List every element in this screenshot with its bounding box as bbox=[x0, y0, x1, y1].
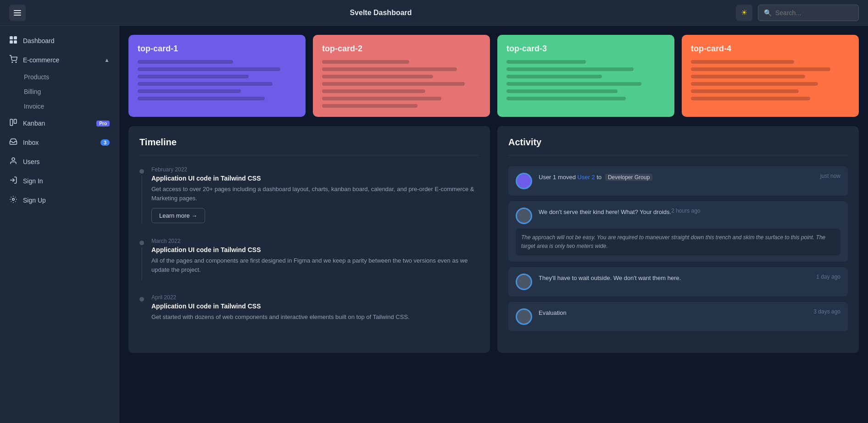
activity-panel: Activity User 1 moved User 2 to Develope… bbox=[497, 126, 859, 353]
timeline-date-2: March 2022 bbox=[151, 238, 479, 244]
sidebar-item-ecommerce[interactable]: E-commerce ▲ bbox=[0, 50, 119, 70]
timeline-title: Timeline bbox=[139, 137, 479, 155]
card-line bbox=[138, 60, 233, 64]
timeline-desc-1: Get access to over 20+ pages including a… bbox=[151, 185, 479, 203]
card-line bbox=[322, 60, 409, 64]
svg-rect-1 bbox=[14, 12, 21, 13]
svg-rect-5 bbox=[10, 40, 13, 44]
card-line bbox=[506, 97, 626, 100]
svg-point-11 bbox=[12, 158, 15, 160]
main-layout: Dashboard E-commerce ▲ Products Billing … bbox=[0, 26, 868, 423]
timeline-item: April 2022 Application UI code in Tailwi… bbox=[139, 294, 479, 327]
card-line bbox=[691, 82, 818, 86]
activity-time-2: 2 hours ago bbox=[671, 208, 700, 214]
timeline-content-3: April 2022 Application UI code in Tailwi… bbox=[151, 294, 410, 327]
timeline-date-1: February 2022 bbox=[151, 166, 479, 173]
timeline-dot bbox=[139, 241, 144, 245]
activity-list: User 1 moved User 2 to Developer Group j… bbox=[508, 163, 848, 331]
ecommerce-icon bbox=[9, 55, 17, 65]
card-line bbox=[138, 89, 241, 93]
card-4-title: top-card-4 bbox=[691, 44, 850, 54]
svg-rect-9 bbox=[10, 119, 12, 126]
sidebar-label-signin: Sign In bbox=[23, 177, 110, 185]
svg-rect-2 bbox=[14, 15, 21, 16]
timeline-content-2: March 2022 Application UI code in Tailwi… bbox=[151, 238, 479, 280]
activity-text-3: They'll have to wait outside. We don't w… bbox=[539, 274, 681, 283]
activity-time-1: just now bbox=[820, 173, 840, 179]
search-input[interactable] bbox=[775, 9, 853, 16]
activity-item-4: Evaluation 3 days ago bbox=[508, 302, 848, 331]
sidebar-item-products[interactable]: Products bbox=[0, 70, 119, 84]
card-line bbox=[506, 60, 586, 64]
sidebar-label-products: Products bbox=[24, 73, 49, 81]
theme-toggle-button[interactable]: ☀ bbox=[736, 5, 752, 21]
card-3-lines bbox=[506, 60, 665, 100]
inbox-badge: 3 bbox=[100, 139, 110, 146]
svg-point-8 bbox=[16, 62, 17, 63]
signup-icon bbox=[9, 195, 17, 205]
card-line bbox=[322, 89, 425, 93]
card-line bbox=[506, 89, 618, 93]
card-line bbox=[138, 82, 273, 86]
chevron-up-icon: ▲ bbox=[104, 57, 110, 63]
svg-rect-3 bbox=[10, 36, 13, 39]
sidebar-item-invoice[interactable]: Invoice bbox=[0, 99, 119, 114]
activity-body-3: They'll have to wait outside. We don't w… bbox=[539, 274, 840, 283]
users-icon bbox=[9, 157, 17, 167]
card-line bbox=[506, 82, 641, 86]
activity-text-middle: to bbox=[595, 174, 603, 181]
search-icon: 🔍 bbox=[764, 9, 772, 16]
card-2-title: top-card-2 bbox=[322, 44, 481, 54]
topbar-left bbox=[9, 5, 26, 21]
timeline-item: March 2022 Application UI code in Tailwi… bbox=[139, 238, 479, 280]
activity-header-4: Evaluation 3 days ago bbox=[539, 308, 840, 318]
card-line bbox=[322, 104, 417, 108]
page-title: Svelte Dashboard bbox=[350, 9, 412, 17]
card-1-title: top-card-1 bbox=[138, 44, 296, 54]
card-line bbox=[322, 75, 433, 78]
activity-header-2: We don't serve their kind here! What? Yo… bbox=[539, 208, 701, 217]
activity-subtext-2: The approach will not be easy. You are r… bbox=[516, 229, 840, 255]
timeline-item-title-2: Application UI code in Tailwind CSS bbox=[151, 246, 479, 253]
avatar-4 bbox=[516, 308, 532, 325]
sidebar-label-billing: Billing bbox=[24, 88, 41, 95]
sidebar-item-kanban[interactable]: Kanban Pro bbox=[0, 114, 119, 133]
sidebar-item-inbox[interactable]: Inbox 3 bbox=[0, 133, 119, 152]
sidebar-item-dashboard[interactable]: Dashboard bbox=[0, 31, 119, 50]
activity-item-2: We don't serve their kind here! What? Yo… bbox=[508, 201, 848, 262]
topbar: Svelte Dashboard ☀ 🔍 bbox=[0, 0, 868, 26]
top-card-4: top-card-4 bbox=[682, 35, 859, 117]
sidebar-label-kanban: Kanban bbox=[23, 120, 91, 127]
signin-icon bbox=[9, 176, 17, 186]
svg-rect-4 bbox=[14, 36, 17, 39]
sidebar-item-billing[interactable]: Billing bbox=[0, 84, 119, 99]
timeline-panel: Timeline February 2022 Application UI co… bbox=[128, 126, 490, 353]
card-line bbox=[691, 89, 799, 93]
sidebar-item-users[interactable]: Users bbox=[0, 152, 119, 171]
card-line bbox=[138, 67, 280, 71]
hamburger-button[interactable] bbox=[9, 5, 26, 21]
sidebar-item-signup[interactable]: Sign Up bbox=[0, 191, 119, 210]
timeline-date-3: April 2022 bbox=[151, 294, 410, 301]
bottom-section: Timeline February 2022 Application UI co… bbox=[128, 126, 859, 353]
inbox-icon bbox=[9, 137, 17, 148]
top-card-3: top-card-3 bbox=[497, 35, 674, 117]
activity-text-2: We don't serve their kind here! What? Yo… bbox=[539, 208, 671, 217]
card-line bbox=[322, 67, 457, 71]
learn-more-button[interactable]: Learn more → bbox=[151, 208, 205, 223]
avatar-2 bbox=[516, 208, 532, 224]
activity-body-4: Evaluation 3 days ago bbox=[539, 308, 840, 318]
sidebar-label-signup: Sign Up bbox=[23, 197, 110, 204]
activity-title: Activity bbox=[508, 137, 848, 155]
activity-time-4: 3 days ago bbox=[813, 308, 840, 315]
activity-text-1: User 1 moved User 2 to Developer Group bbox=[539, 173, 652, 182]
timeline-content-1: February 2022 Application UI code in Tai… bbox=[151, 166, 479, 223]
timeline-desc-3: Get started with dozens of web component… bbox=[151, 313, 410, 322]
sidebar-label-ecommerce: E-commerce bbox=[23, 56, 99, 64]
timeline: February 2022 Application UI code in Tai… bbox=[139, 163, 479, 327]
svg-point-13 bbox=[12, 198, 15, 201]
pro-badge: Pro bbox=[96, 121, 110, 126]
activity-user-link[interactable]: User 2 bbox=[578, 174, 595, 181]
sidebar-item-signin[interactable]: Sign In bbox=[0, 171, 119, 191]
sidebar-submenu-ecommerce: Products Billing Invoice bbox=[0, 70, 119, 114]
